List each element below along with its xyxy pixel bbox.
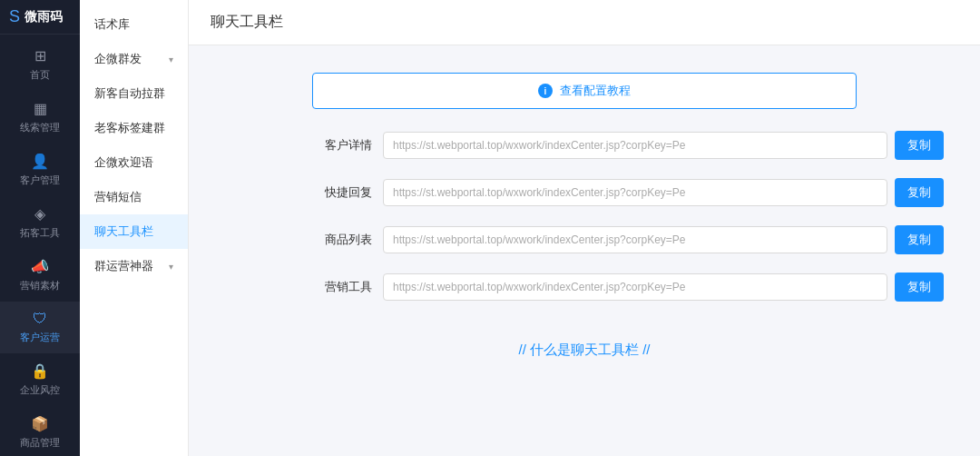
marketing-icon: 📣 <box>31 258 49 275</box>
chevron-down-icon: ▾ <box>169 55 173 64</box>
goods-icon: 📦 <box>31 415 49 432</box>
sub-item-label: 新客自动拉群 <box>94 85 165 102</box>
sub-item-label: 营销短信 <box>94 189 142 205</box>
url-input-goods-list: https://st.webportal.top/wxwork/indexCen… <box>383 226 887 253</box>
sub-item-talkbase[interactable]: 话术库 <box>80 7 188 42</box>
sub-item-label: 聊天工具栏 <box>94 223 153 240</box>
logo-icon: S <box>9 7 20 26</box>
logo-area: S 微雨码 <box>0 0 80 35</box>
sidebar-item-label: 线索管理 <box>20 121 60 134</box>
sidebar-item-leads[interactable]: ▦ 线索管理 <box>0 91 80 144</box>
copy-button-customer-detail[interactable]: 复制 <box>895 131 944 160</box>
page-header: 聊天工具栏 <box>189 0 980 45</box>
tools-icon: ◈ <box>34 205 45 223</box>
sub-item-welcome[interactable]: 企微欢迎语 <box>80 145 188 180</box>
sidebar-item-enterprise-risk[interactable]: 🔒 企业风控 <box>0 353 80 406</box>
url-input-customer-detail: https://st.webportal.top/wxwork/indexCen… <box>383 132 887 159</box>
url-row-quick-reply: 快捷回复 https://st.webportal.top/wxwork/ind… <box>309 178 944 207</box>
customer-ops-icon: 🛡 <box>33 311 47 327</box>
bottom-banner: // 什么是聊天工具栏 // <box>225 320 944 381</box>
sub-item-sms[interactable]: 营销短信 <box>80 180 188 214</box>
copy-button-marketing-tools[interactable]: 复制 <box>895 273 944 302</box>
url-label-goods-list: 商品列表 <box>309 232 372 248</box>
url-label-marketing-tools: 营销工具 <box>309 279 372 295</box>
main-content: 聊天工具栏 i 查看配置教程 客户详情 https://st.webportal… <box>189 0 980 456</box>
copy-button-goods-list[interactable]: 复制 <box>895 225 944 254</box>
sub-item-label: 老客标签建群 <box>94 120 165 136</box>
sub-item-chat-toolbar[interactable]: 聊天工具栏 <box>80 214 188 249</box>
url-row-marketing-tools: 营销工具 https://st.webportal.top/wxwork/ind… <box>309 273 944 302</box>
url-row-customer-detail: 客户详情 https://st.webportal.top/wxwork/ind… <box>309 131 944 160</box>
sub-item-group-ops[interactable]: 群运营神器 ▾ <box>80 249 188 283</box>
config-btn-label: 查看配置教程 <box>560 83 631 99</box>
sidebar-item-customers[interactable]: 👤 客户管理 <box>0 144 80 196</box>
logo-text: 微雨码 <box>24 9 63 25</box>
sub-item-label: 企微欢迎语 <box>94 154 153 171</box>
sidebar-item-label: 客户管理 <box>20 173 60 187</box>
sub-item-label: 群运营神器 <box>94 258 153 274</box>
sidebar-item-label: 客户运营 <box>20 331 60 344</box>
leads-icon: ▦ <box>34 100 47 117</box>
sidebar-item-tools[interactable]: ◈ 拓客工具 <box>0 196 80 249</box>
sub-sidebar: 话术库 企微群发 ▾ 新客自动拉群 老客标签建群 企微欢迎语 营销短信 聊天工具… <box>80 0 189 456</box>
chevron-down-icon: ▾ <box>169 262 173 272</box>
sidebar-item-home[interactable]: ⊞ 首页 <box>0 38 80 91</box>
home-icon: ⊞ <box>34 47 46 64</box>
sub-item-new-auto[interactable]: 新客自动拉群 <box>80 76 188 111</box>
sidebar-item-label: 拓客工具 <box>20 226 60 240</box>
sidebar-item-goods[interactable]: 📦 商品管理 <box>0 406 80 456</box>
content-area: i 查看配置教程 客户详情 https://st.webportal.top/w… <box>189 45 980 408</box>
info-icon: i <box>538 84 553 98</box>
sidebar-item-label: 企业风控 <box>20 383 60 397</box>
customers-icon: 👤 <box>31 153 49 170</box>
enterprise-risk-icon: 🔒 <box>31 362 49 380</box>
sidebar-navigation: ⊞ 首页 ▦ 线索管理 👤 客户管理 ◈ 拓客工具 📣 营销素材 🛡 客户运营 … <box>0 35 80 456</box>
sidebar-item-label: 商品管理 <box>20 436 60 450</box>
url-row-goods-list: 商品列表 https://st.webportal.top/wxwork/ind… <box>309 225 944 254</box>
url-input-quick-reply: https://st.webportal.top/wxwork/indexCen… <box>383 179 887 206</box>
sub-item-group-send[interactable]: 企微群发 ▾ <box>80 42 188 76</box>
sidebar-item-label: 营销素材 <box>20 279 60 292</box>
sidebar-item-customer-ops[interactable]: 🛡 客户运营 <box>0 302 80 353</box>
sub-item-old-tag-group[interactable]: 老客标签建群 <box>80 111 188 145</box>
url-label-customer-detail: 客户详情 <box>309 137 372 154</box>
sidebar-item-marketing[interactable]: 📣 营销素材 <box>0 249 80 302</box>
sub-item-label: 企微群发 <box>94 51 142 67</box>
config-tutorial-button[interactable]: i 查看配置教程 <box>312 73 857 109</box>
page-title: 聊天工具栏 <box>211 13 958 32</box>
url-input-marketing-tools: https://st.webportal.top/wxwork/indexCen… <box>383 273 887 301</box>
sub-item-label: 话术库 <box>94 16 130 33</box>
url-label-quick-reply: 快捷回复 <box>309 184 372 201</box>
copy-button-quick-reply[interactable]: 复制 <box>895 178 944 207</box>
sidebar-item-label: 首页 <box>30 68 50 82</box>
main-sidebar: S 微雨码 ⊞ 首页 ▦ 线索管理 👤 客户管理 ◈ 拓客工具 📣 营销素材 🛡… <box>0 0 80 456</box>
